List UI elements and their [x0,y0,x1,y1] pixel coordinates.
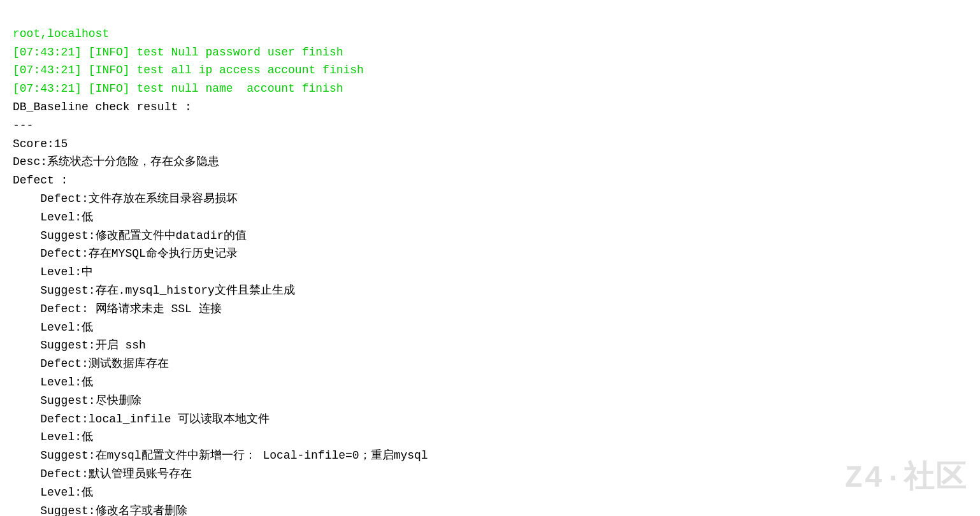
terminal-output: root,localhost [07:43:21] [INFO] test Nu… [13,6,967,516]
terminal-line-25: Level:低 [13,486,93,499]
terminal-line-7: Desc:系统状态十分危险，存在众多隐患 [13,155,219,168]
terminal-line-24: Defect:默认管理员账号存在 [13,468,192,480]
terminal-line-22: Level:低 [13,431,93,443]
terminal-line-14: Suggest:存在.mysql_history文件且禁止生成 [13,284,295,297]
terminal-line-12: Defect:存在MYSQL命令执行历史记录 [13,247,238,260]
terminal-line-26: Suggest:修改名字或者删除 [13,505,187,516]
terminal-line-10: Level:低 [13,211,93,224]
terminal-line-6: Score:15 [13,138,68,150]
terminal-line-19: Level:低 [13,376,93,389]
terminal-line-13: Level:中 [13,266,93,278]
terminal-line-11: Suggest:修改配置文件中datadir的值 [13,229,247,242]
terminal-line-20: Suggest:尽快删除 [13,394,141,407]
terminal-line-5: --- [13,119,33,132]
terminal-line-1: [07:43:21] [INFO] test Null password use… [13,46,343,59]
terminal-line-21: Defect:local_infile 可以读取本地文件 [13,413,270,426]
terminal-line-9: Defect:文件存放在系统目录容易损坏 [13,192,238,205]
terminal-line-4: DB_Baseline check result : [13,101,192,113]
terminal-line-18: Defect:测试数据库存在 [13,357,169,370]
terminal-line-17: Suggest:开启 ssh [13,339,146,352]
terminal-line-3: [07:43:21] [INFO] test null name account… [13,82,343,95]
terminal-line-0: root,localhost [13,27,109,40]
terminal-line-16: Level:低 [13,321,93,334]
terminal-line-2: [07:43:21] [INFO] test all ip access acc… [13,64,364,76]
terminal-line-8: Defect : [13,174,68,187]
terminal-line-15: Defect: 网络请求未走 SSL 连接 [13,303,222,315]
terminal-line-23: Suggest:在mysql配置文件中新增一行： Local-infile=0；… [13,449,428,462]
